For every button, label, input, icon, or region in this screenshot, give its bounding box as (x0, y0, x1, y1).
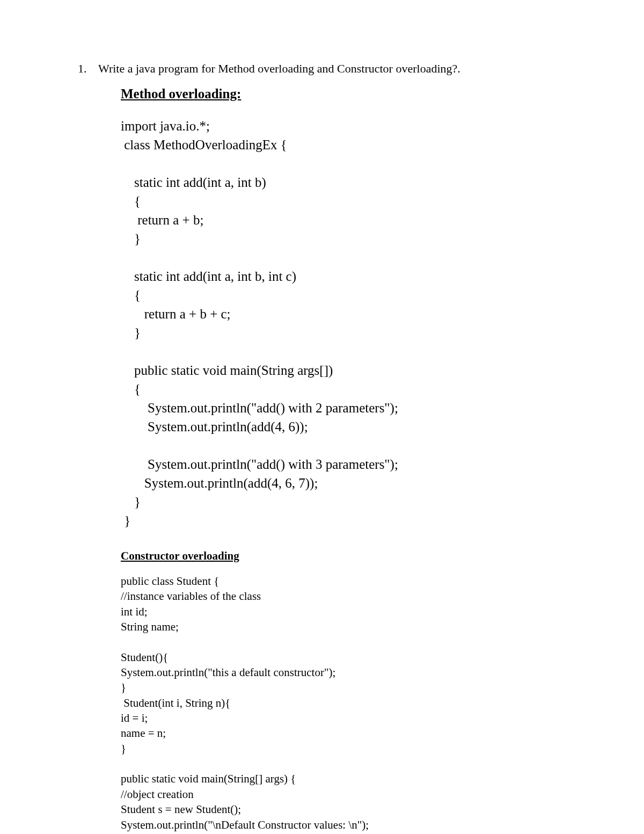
question-text: Write a java program for Method overload… (98, 62, 460, 76)
section-heading-method-overloading: Method overloading: (121, 86, 580, 101)
content-block: Method overloading: import java.io.*; cl… (121, 86, 580, 834)
code-method-overloading: import java.io.*; class MethodOverloadin… (121, 117, 580, 530)
document-page: 1. Write a java program for Method overl… (0, 0, 644, 834)
code-constructor-overloading: public class Student { //instance variab… (121, 574, 580, 834)
question-number: 1. (78, 62, 89, 76)
section-heading-constructor-overloading: Constructor overloading (121, 549, 580, 563)
question-row: 1. Write a java program for Method overl… (78, 62, 580, 76)
